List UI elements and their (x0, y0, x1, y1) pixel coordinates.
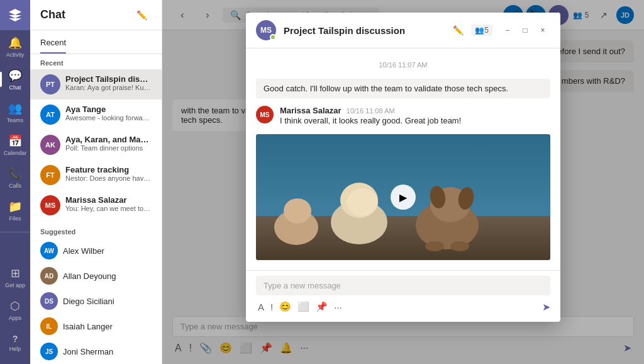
chat-list-item-feature-tracking[interactable]: FT Feature tracking Nestor: Does anyone … (30, 160, 162, 190)
get-app-icon: ⊞ (11, 266, 20, 280)
svg-point-4 (347, 188, 378, 216)
modal-minimize-button[interactable]: − (500, 23, 515, 38)
suggested-item-joni-sherman[interactable]: JS Joni Sherman (30, 339, 162, 364)
list-avatar: AK (40, 135, 60, 155)
svg-point-10 (284, 198, 311, 224)
suggested-item-isaiah-langer[interactable]: IL Isaiah Langer (30, 314, 162, 339)
modal-message-1: Good catch. I'll follow up with the team… (256, 79, 550, 98)
sidebar-help-label: Help (9, 346, 21, 352)
modal-group-avatar: MS (256, 20, 276, 40)
chat-panel-title: Chat (40, 8, 65, 21)
svg-point-11 (425, 241, 444, 251)
apps-icon: ⬡ (10, 299, 20, 313)
modal-format-button[interactable]: A (256, 300, 266, 314)
chat-list-item-aya-karan-marissa[interactable]: AK Aya, Karan, and Marissa Poll: Team di… (30, 130, 162, 160)
list-item-content: Feature tracking Nestor: Does anyone hav… (65, 165, 152, 182)
online-status-badge (270, 34, 276, 40)
sidebar-item-teams[interactable]: 👥 Teams (0, 96, 30, 128)
sidebar-item-calendar[interactable]: 📅 Calendar (0, 128, 30, 161)
modal-emoji-button[interactable]: 😊 (277, 299, 293, 314)
modal-toolbar: A ! 😊 ⬜ 📌 ··· ➤ (256, 299, 550, 314)
suggested-avatar: AW (40, 242, 58, 259)
modal-title: Project Tailspin discussion (284, 25, 445, 36)
suggested-item-diego-siciliani[interactable]: DS Diego Siciliani (30, 288, 162, 314)
suggested-name: Isaiah Langer (63, 322, 113, 331)
list-item-preview: Nestor: Does anyone have a sprea (65, 174, 152, 182)
list-item-name: Project Tailspin discussion (65, 74, 152, 84)
list-item-preview: Poll: Team dinner options (65, 144, 152, 152)
modal-send-button[interactable]: ➤ (542, 301, 550, 313)
timestamp-label: 10/16 11:07 AM (256, 61, 550, 69)
main-area: ‹ › 🔍 📹 📞 ⬆ 👥 5 ↗ JD ew to get it finali… (162, 0, 644, 364)
sidebar-item-chat[interactable]: 💬 Chat (0, 63, 30, 96)
app-logo (0, 0, 30, 30)
sender-name: Marissa Salazar (280, 106, 341, 115)
chat-panel: Chat ✏️ Recent Recent PT Project Tailspi… (30, 0, 162, 364)
modal-maximize-button[interactable]: □ (518, 23, 533, 38)
modal-controls: − □ × (500, 23, 550, 38)
teams-icon: 👥 (8, 101, 22, 115)
sidebar-item-calls[interactable]: 📞 Calls (0, 161, 30, 194)
chat-list-item-project-tailspin[interactable]: PT Project Tailspin discussion Karan: Ay… (30, 69, 162, 100)
modal-video-preview[interactable]: ▶ (256, 134, 550, 260)
suggested-avatar: JS (40, 343, 58, 360)
sidebar-calls-label: Calls (9, 183, 21, 189)
sidebar-item-files[interactable]: 📁 Files (0, 194, 30, 227)
list-item-preview: You: Hey, can we meet to discuss t (65, 205, 152, 212)
list-avatar: PT (40, 74, 60, 94)
sidebar-activity-label: Activity (6, 52, 25, 58)
participants-count[interactable]: 👥5 (471, 25, 492, 36)
list-item-content: Aya Tange Awesome - looking forward to s… (65, 105, 152, 122)
sidebar-apps-label: Apps (9, 315, 22, 321)
calendar-icon: 📅 (8, 134, 22, 148)
list-avatar: MS (40, 195, 60, 215)
sidebar-item-get-app[interactable]: ⊞ Get app (0, 261, 30, 293)
sidebar-getapp-label: Get app (5, 282, 25, 288)
modal-gif-button[interactable]: ⬜ (296, 299, 311, 314)
modal-window: MS Project Tailspin discussion ✏️ 👥5 − □… (246, 13, 560, 322)
modal-input-area: Type a new message A ! 😊 ⬜ 📌 ··· ➤ (246, 270, 560, 322)
suggested-avatar: DS (40, 292, 58, 310)
suggested-section-label: Suggested (30, 220, 162, 238)
chat-list-item-marissa-salazar[interactable]: MS Marissa Salazar You: Hey, can we meet… (30, 190, 162, 220)
suggested-item-alex-wilber[interactable]: AW Alex Wilber (30, 238, 162, 263)
list-item-content: Project Tailspin discussion Karan: Aya g… (65, 74, 152, 91)
new-chat-button[interactable]: ✏️ (131, 5, 152, 25)
suggested-name: Diego Siciliani (63, 297, 114, 306)
modal-close-button[interactable]: × (535, 23, 550, 38)
sidebar-chat-label: Chat (9, 84, 21, 91)
list-item-name: Aya, Karan, and Marissa (65, 135, 152, 144)
sidebar-item-activity[interactable]: 🔔 Activity (0, 30, 30, 63)
chat-icon: 💬 (8, 69, 22, 82)
suggested-name: Allan Deyoung (63, 271, 116, 281)
play-button[interactable]: ▶ (391, 185, 416, 210)
modal-body: 10/16 11:07 AM Good catch. I'll follow u… (246, 48, 560, 270)
modal-more-button[interactable]: ··· (332, 300, 344, 314)
sidebar-item-apps[interactable]: ⬡ Apps (0, 293, 30, 326)
modal-sticker-button[interactable]: 📌 (314, 299, 330, 314)
modal-urgent-button[interactable]: ! (269, 300, 275, 314)
chat-list: PT Project Tailspin discussion Karan: Ay… (30, 69, 162, 364)
edit-title-button[interactable]: ✏️ (453, 25, 464, 35)
sidebar-teams-label: Teams (7, 117, 24, 123)
sidebar: 🔔 Activity 💬 Chat 👥 Teams 📅 Calendar 📞 C… (0, 0, 30, 364)
list-item-name: Aya Tange (65, 105, 152, 114)
message-text: I think overall, it looks really good. G… (280, 115, 550, 127)
list-item-content: Marissa Salazar You: Hey, can we meet to… (65, 195, 152, 212)
sidebar-item-help[interactable]: ? Help (0, 326, 30, 359)
recent-section-label: Recent (30, 54, 162, 69)
suggested-name: Alex Wilber (63, 246, 104, 256)
message-header: Marissa Salazar 10/16 11:08 AM (280, 106, 550, 115)
modal-message-input[interactable]: Type a new message (256, 276, 550, 295)
sidebar-calendar-label: Calendar (4, 150, 27, 156)
modal-message-row-2: MS Marissa Salazar 10/16 11:08 AM I thin… (256, 106, 550, 127)
activity-icon: 🔔 (8, 36, 22, 50)
list-item-content: Aya, Karan, and Marissa Poll: Team dinne… (65, 135, 152, 152)
suggested-item-allan-deyoung[interactable]: AD Allan Deyoung (30, 263, 162, 288)
files-icon: 📁 (8, 200, 22, 213)
svg-point-12 (450, 241, 469, 251)
suggested-avatar: AD (40, 267, 58, 285)
chat-list-item-aya-tange[interactable]: AT Aya Tange Awesome - looking forward t… (30, 100, 162, 130)
list-avatar: AT (40, 105, 60, 125)
tab-recent[interactable]: Recent (40, 33, 66, 54)
